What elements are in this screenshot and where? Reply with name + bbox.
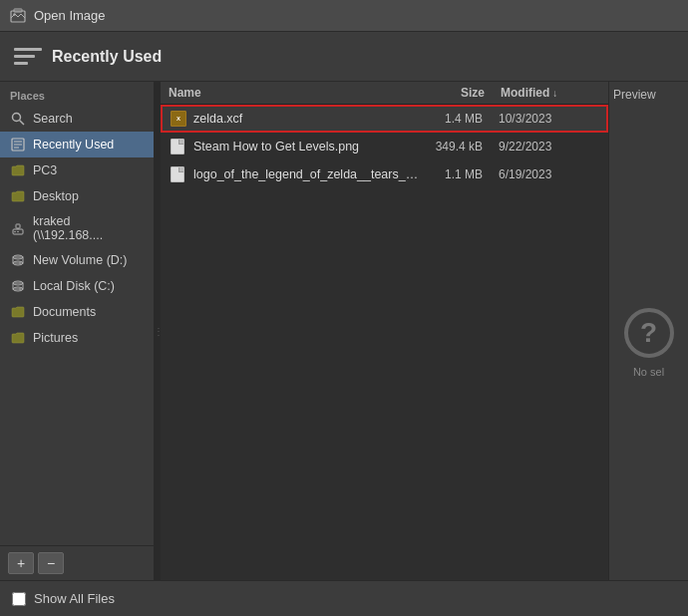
svg-point-3 xyxy=(13,114,21,122)
png-file-icon-2 xyxy=(171,166,188,182)
svg-point-1 xyxy=(13,13,15,15)
sidebar-label-pictures: Pictures xyxy=(33,331,78,345)
file-size-logo: 1.1 MB xyxy=(419,167,499,181)
svg-point-12 xyxy=(14,231,16,233)
svg-rect-15 xyxy=(13,257,23,263)
sidebar-item-desktop[interactable]: Desktop xyxy=(0,183,154,209)
sidebar-item-kraked[interactable]: kraked (\\192.168.... xyxy=(0,209,154,247)
svg-line-4 xyxy=(20,121,24,125)
file-column-headers: Name Size Modified ↓ xyxy=(161,82,608,105)
header-title: Recently Used xyxy=(52,48,162,66)
file-modified-zelda: 10/3/2023 xyxy=(499,112,598,126)
file-list: X zelda.xcf 1.4 MB 10/3/2023 Steam How t… xyxy=(161,105,608,580)
recently-used-icon xyxy=(10,137,26,153)
table-row[interactable]: X zelda.xcf 1.4 MB 10/3/2023 xyxy=(161,105,608,133)
folder-icon-documents xyxy=(10,304,26,320)
col-header-size[interactable]: Size xyxy=(421,86,501,100)
folder-icon-pictures xyxy=(10,330,26,346)
sidebar-label-desktop: Desktop xyxy=(33,189,79,203)
col-header-modified[interactable]: Modified ↓ xyxy=(501,86,600,100)
sidebar-item-pictures[interactable]: Pictures xyxy=(0,325,154,351)
open-image-icon xyxy=(10,8,26,24)
drive-icon-d xyxy=(10,252,26,268)
png-file-icon xyxy=(171,139,188,154)
folder-icon-pc3 xyxy=(10,162,26,178)
svg-point-21 xyxy=(19,288,20,289)
sidebar-item-search[interactable]: Search xyxy=(0,106,154,132)
folder-icon-desktop xyxy=(10,188,26,204)
show-all-files-label: Show All Files xyxy=(34,591,115,606)
file-size-steam: 349.4 kB xyxy=(419,140,499,154)
title-bar: Open Image xyxy=(0,0,688,32)
add-place-button[interactable]: + xyxy=(8,552,34,574)
file-size-zelda: 1.4 MB xyxy=(419,112,499,126)
sidebar-label-local-disk: Local Disk (C:) xyxy=(33,279,115,293)
remove-place-button[interactable]: − xyxy=(38,552,64,574)
table-row[interactable]: Steam How to Get Levels.png 349.4 kB 9/2… xyxy=(161,133,608,160)
network-icon xyxy=(10,220,26,236)
search-icon xyxy=(10,111,26,127)
main-content: Places Search Recently Used xyxy=(0,82,688,580)
show-all-files-checkbox[interactable] xyxy=(12,592,26,606)
sidebar-label-search: Search xyxy=(33,112,73,126)
sidebar-item-pc3[interactable]: PC3 xyxy=(0,157,154,183)
sidebar-label-documents: Documents xyxy=(33,305,96,319)
sidebar-item-documents[interactable]: Documents xyxy=(0,299,154,325)
sidebar-label-new-volume: New Volume (D:) xyxy=(33,253,127,267)
file-name-zelda: zelda.xcf xyxy=(193,112,419,126)
drive-icon-c xyxy=(10,278,26,294)
file-modified-steam: 9/22/2023 xyxy=(499,140,598,154)
svg-point-13 xyxy=(17,231,19,233)
file-name-steam: Steam How to Get Levels.png xyxy=(193,140,419,154)
sidebar: Places Search Recently Used xyxy=(0,82,155,580)
svg-point-17 xyxy=(19,262,20,263)
table-row[interactable]: logo_of_the_legend_of_zelda__tears_of_th… xyxy=(161,160,608,188)
sidebar-item-recently-used[interactable]: Recently Used xyxy=(0,132,154,157)
svg-rect-19 xyxy=(13,283,23,289)
preview-no-selection-text: No sel xyxy=(629,366,668,378)
col-header-name[interactable]: Name xyxy=(169,86,421,100)
file-modified-logo: 6/19/2023 xyxy=(499,167,598,181)
preview-icon-area: ? No sel xyxy=(624,106,674,580)
file-name-logo: logo_of_the_legend_of_zelda__tears_of_th… xyxy=(193,167,419,181)
sidebar-label-pc3: PC3 xyxy=(33,163,57,177)
header-bar: Recently Used xyxy=(0,32,688,82)
sidebar-item-new-volume[interactable]: New Volume (D:) xyxy=(0,247,154,273)
file-area: Name Size Modified ↓ X zelda.xcf 1.4 MB … xyxy=(161,82,608,580)
preview-panel: Preview ? No sel xyxy=(608,82,688,580)
sidebar-bottom-controls: + − xyxy=(0,545,154,580)
sort-arrow-icon: ↓ xyxy=(552,88,557,99)
sidebar-label-kraked: kraked (\\192.168.... xyxy=(33,214,144,242)
svg-rect-10 xyxy=(16,224,20,228)
preview-question-icon: ? xyxy=(624,308,674,358)
header-recently-used-icon xyxy=(14,46,42,68)
sidebar-section-places: Places xyxy=(0,82,154,106)
bottom-bar: Show All Files xyxy=(0,580,688,616)
xcf-file-icon: X xyxy=(171,111,188,127)
window-title: Open Image xyxy=(34,8,106,23)
sidebar-label-recently-used: Recently Used xyxy=(33,138,114,152)
sidebar-item-local-disk[interactable]: Local Disk (C:) xyxy=(0,273,154,299)
preview-label: Preview xyxy=(609,82,660,106)
